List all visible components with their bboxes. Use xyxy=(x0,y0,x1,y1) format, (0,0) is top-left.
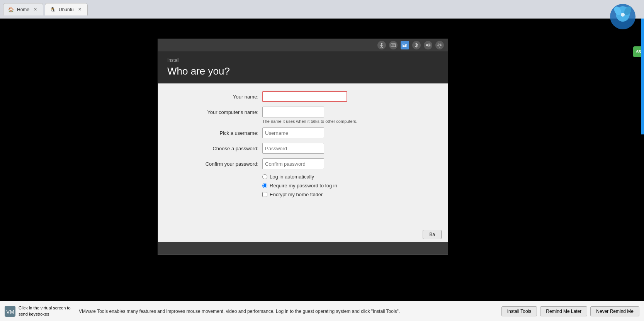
tab-home[interactable]: 🏠 Home ✕ xyxy=(3,3,43,15)
your-name-row: Your name: xyxy=(173,91,432,102)
your-name-input[interactable] xyxy=(262,91,347,102)
tab-ubuntu-close[interactable]: ✕ xyxy=(77,7,83,12)
radio-require-password-label: Require my password to log in xyxy=(270,183,337,189)
vm-footer xyxy=(158,242,448,255)
svg-point-4 xyxy=(621,13,625,17)
ubuntu-icon: 🐧 xyxy=(50,7,56,12)
browser-chrome: 🏠 Home ✕ 🐧 Ubuntu ✕ xyxy=(0,0,644,19)
svg-line-8 xyxy=(381,47,382,48)
blue-sidebar xyxy=(641,19,644,134)
remind-me-later-button[interactable]: Remind Me Later xyxy=(540,306,587,316)
notification-bar: VM Click in the virtual screen to send k… xyxy=(0,301,644,321)
notification-line2: send keystrokes xyxy=(19,311,71,317)
vm-header: Install Who are you? xyxy=(158,51,448,83)
back-button[interactable]: Ba xyxy=(423,230,442,239)
svg-marker-13 xyxy=(426,43,428,47)
svg-line-9 xyxy=(382,47,383,48)
svg-rect-10 xyxy=(391,44,396,47)
home-icon: 🏠 xyxy=(8,7,14,12)
computer-name-row: Your computer's name: xyxy=(173,107,432,117)
accessibility-icon[interactable] xyxy=(377,41,386,49)
radio-auto-login-label: Log in automatically xyxy=(270,174,314,180)
username-input[interactable] xyxy=(262,127,324,138)
vm-form-body: Your name: Your computer's name: The nam… xyxy=(158,83,448,227)
computer-name-label: Your computer's name: xyxy=(173,109,258,115)
bluetooth-icon[interactable] xyxy=(412,41,421,49)
username-row: Pick a username: xyxy=(173,127,432,138)
settings-icon[interactable] xyxy=(435,41,444,49)
radio-auto-login-row: Log in automatically xyxy=(262,174,432,180)
radio-require-password[interactable] xyxy=(262,183,267,188)
vm-button-row: Ba xyxy=(158,227,448,242)
vm-window: En Install Who are you? xyxy=(158,39,448,255)
install-label: Install xyxy=(167,58,438,63)
confirm-password-input[interactable] xyxy=(262,158,324,169)
confirm-password-label: Confirm your password: xyxy=(173,161,258,167)
notification-line1: Click in the virtual screen to xyxy=(19,305,71,311)
vmware-icon: VM xyxy=(5,306,15,317)
tab-home-label: Home xyxy=(17,7,29,12)
lang-label: En xyxy=(403,43,408,48)
notification-main-text: VMware Tools enables many features and i… xyxy=(79,309,497,314)
radio-auto-login[interactable] xyxy=(262,174,267,179)
page-title: Who are you? xyxy=(167,65,438,77)
vm-topbar: En xyxy=(158,39,448,51)
svg-text:VM: VM xyxy=(6,309,14,315)
username-label: Pick a username: xyxy=(173,130,258,136)
your-name-label: Your name: xyxy=(173,94,258,100)
svg-point-14 xyxy=(439,44,441,46)
tab-ubuntu[interactable]: 🐧 Ubuntu ✕ xyxy=(45,3,88,15)
never-remind-button[interactable]: Never Remind Me xyxy=(590,306,639,316)
volume-icon[interactable] xyxy=(424,41,432,49)
tab-ubuntu-label: Ubuntu xyxy=(59,7,74,12)
tab-home-close[interactable]: ✕ xyxy=(32,7,38,12)
password-input[interactable] xyxy=(262,143,324,154)
language-icon[interactable]: En xyxy=(401,41,409,49)
notification-left: VM Click in the virtual screen to send k… xyxy=(5,305,74,317)
password-label: Choose a password: xyxy=(173,146,258,151)
computer-name-hint: The name it uses when it talks to other … xyxy=(262,119,432,124)
notification-left-text: Click in the virtual screen to send keys… xyxy=(19,305,71,317)
notification-buttons: Install Tools Remind Me Later Never Remi… xyxy=(501,306,639,316)
bird-logo xyxy=(609,3,636,30)
checkbox-encrypt-row: Encrypt my home folder xyxy=(262,192,432,197)
svg-point-5 xyxy=(381,43,382,44)
radio-require-password-row: Require my password to log in xyxy=(262,183,432,189)
password-row: Choose a password: xyxy=(173,143,432,154)
computer-name-input[interactable] xyxy=(262,107,324,117)
keyboard-icon[interactable] xyxy=(389,41,398,49)
svg-point-15 xyxy=(438,43,442,48)
confirm-password-row: Confirm your password: xyxy=(173,158,432,169)
install-tools-button[interactable]: Install Tools xyxy=(501,306,537,316)
checkbox-encrypt-label: Encrypt my home folder xyxy=(270,192,323,197)
checkbox-encrypt[interactable] xyxy=(262,192,267,197)
